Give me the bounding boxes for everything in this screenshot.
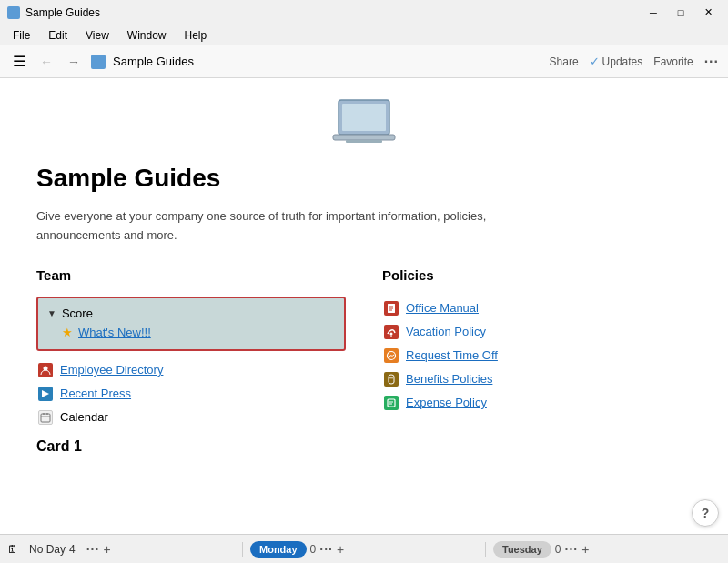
nav-actions: Share ✓ Updates Favorite ··· [550,54,719,70]
laptop-icon [328,96,400,155]
score-tree-item[interactable]: ▼ Score [46,304,337,323]
window-controls: ─ □ ✕ [641,4,721,22]
office-manual-item[interactable]: Office Manual [382,297,692,320]
svg-rect-1 [342,104,386,131]
check-icon: ✓ [590,55,600,68]
svg-rect-6 [41,414,50,422]
back-button[interactable]: ← [36,51,56,73]
nav-title: Sample Guides [113,55,542,68]
calendar-icon [38,410,53,425]
window-title: Sample Guides [25,6,100,19]
expense-policy-label: Expense Policy [406,396,487,409]
whats-new-label: What's New!!! [78,326,151,339]
more-button[interactable]: ··· [704,54,719,70]
nav-bar: ☰ ← → Sample Guides Share ✓ Updates Favo… [0,45,728,78]
request-time-off-item[interactable]: Request Time Off [382,344,692,367]
tree-collapse-icon: ▼ [47,308,56,318]
monday-pill[interactable]: Monday [250,541,307,558]
calendar-small-icon: 🗓 [7,543,18,556]
divider-2 [485,542,486,557]
expense-policy-item[interactable]: Expense Policy [382,391,692,415]
office-manual-icon [384,301,399,316]
vacation-policy-item[interactable]: Vacation Policy [382,320,692,344]
app-icon [7,6,20,19]
tuesday-pill[interactable]: Tuesday [493,541,551,558]
hamburger-icon[interactable]: ☰ [9,49,29,74]
updates-button[interactable]: ✓ Updates [590,55,643,68]
score-tree-container: ▼ Score ★ What's New!!! [36,297,346,351]
main-content: Sample Guides Give everyone at your comp… [0,78,728,534]
vacation-policy-label: Vacation Policy [406,325,486,338]
title-bar: Sample Guides ─ □ ✕ [0,0,728,25]
benefits-policies-item[interactable]: Benefits Policies [382,367,692,391]
recent-press-icon [38,387,53,401]
middle-more-button[interactable]: ··· [319,542,333,557]
employee-directory-label: Employee Directory [60,363,163,377]
middle-add-button[interactable]: + [337,542,344,557]
office-manual-label: Office Manual [406,301,479,315]
star-icon: ★ [62,326,73,339]
bottom-bar: 🗓 No Day 4 ··· + Monday 0 ··· + Tuesday … [0,534,728,563]
forward-button[interactable]: → [64,51,84,73]
svg-rect-18 [388,399,395,407]
menu-help[interactable]: Help [177,27,215,44]
svg-rect-2 [333,135,395,140]
favorite-label: Favorite [653,55,693,68]
policies-section: Policies Office Manual Vacation Policy [382,267,692,462]
svg-marker-5 [42,390,49,397]
card-section: Card 1 [36,438,346,455]
right-add-button[interactable]: + [581,542,589,557]
menu-edit[interactable]: Edit [41,27,75,44]
favorite-button[interactable]: Favorite [653,55,693,68]
benefits-policies-icon [384,372,399,387]
svg-rect-3 [346,140,382,143]
calendar-label: Calendar [60,410,108,424]
no-day-text: No Day [29,543,66,556]
menu-view[interactable]: View [78,27,116,44]
share-button[interactable]: Share [550,55,579,68]
close-button[interactable]: ✕ [695,4,721,22]
share-label: Share [550,55,579,68]
no-day-label: No Day 4 [22,541,83,558]
team-section-title: Team [36,267,346,287]
recent-press-item[interactable]: Recent Press [36,382,346,406]
divider-1 [242,542,243,557]
page-description: Give everyone at your company one source… [36,207,537,246]
page-icon [91,55,106,69]
request-time-off-label: Request Time Off [406,348,498,362]
monday-count: 0 [310,543,317,556]
employee-directory-item[interactable]: Employee Directory [36,358,346,382]
page-title: Sample Guides [36,164,692,193]
score-label: Score [62,307,93,320]
left-segment: 🗓 No Day 4 ··· + [7,541,235,558]
page-hero [36,96,692,155]
left-count: 4 [69,543,76,556]
updates-label: Updates [602,55,643,68]
maximize-button[interactable]: □ [668,4,693,22]
menu-window[interactable]: Window [120,27,174,44]
menu-bar: File Edit View Window Help [0,25,728,45]
menu-file[interactable]: File [5,27,37,44]
benefits-policies-label: Benefits Policies [406,372,492,386]
team-section: Team ▼ Score ★ What's New!!! Employee Di… [36,267,346,462]
right-more-button[interactable]: ··· [565,542,579,557]
minimize-button[interactable]: ─ [641,4,666,22]
title-bar-left: Sample Guides [7,6,100,19]
whats-new-child[interactable]: ★ What's New!!! [46,323,337,342]
help-button[interactable]: ? [692,499,719,527]
left-add-button[interactable]: + [103,542,110,557]
calendar-item[interactable]: Calendar [36,406,346,429]
svg-point-15 [390,332,393,335]
request-time-off-icon [384,348,399,363]
card-title: Card 1 [36,438,346,455]
help-label: ? [702,506,710,520]
right-segment: Tuesday 0 ··· + [493,541,721,558]
vacation-policy-icon [384,325,399,339]
left-more-button[interactable]: ··· [86,542,100,557]
two-column-layout: Team ▼ Score ★ What's New!!! Employee Di… [36,267,692,462]
tuesday-count: 0 [555,543,561,556]
policies-section-title: Policies [382,267,692,287]
employee-directory-icon [38,363,53,377]
middle-segment: Monday 0 ··· + [250,541,478,558]
recent-press-label: Recent Press [60,387,131,400]
